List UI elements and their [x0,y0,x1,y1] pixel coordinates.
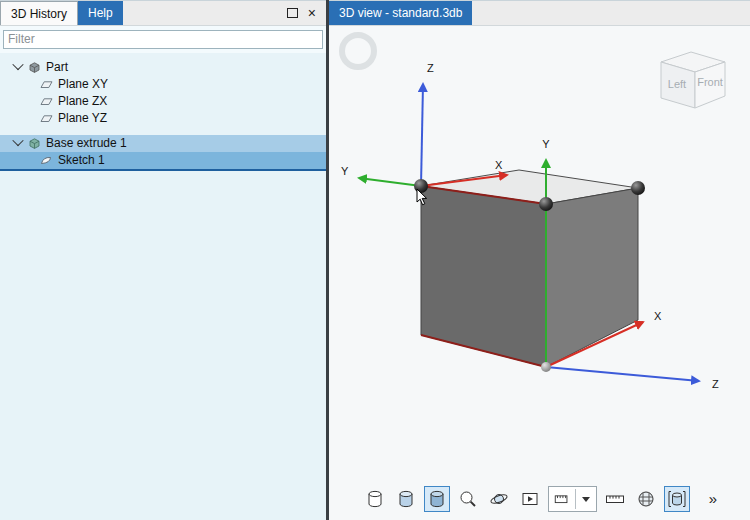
world-axis-z-label: Z [712,378,719,390]
filter-input[interactable] [3,30,323,49]
sketch-icon [40,154,53,167]
filter-row [0,26,326,53]
render-solid-button[interactable] [424,486,450,512]
viewport-canvas[interactable]: Left Front Y X [329,26,750,496]
drop-indicator-line [0,169,326,171]
plane-icon [40,78,53,91]
maximize-icon[interactable] [287,8,298,18]
extrude-icon [28,137,41,150]
sketch-axis-z-label: Z [427,62,434,74]
render-shaded-button[interactable] [393,486,419,512]
dimension-style-dropdown[interactable] [548,486,597,512]
chevron-down-icon[interactable] [12,58,23,69]
view-toolbar: » [329,486,750,512]
part-icon [28,61,41,74]
cad-application-window: 3D History Help × Part [0,0,750,520]
orbit-button[interactable] [486,486,512,512]
tree-item-label: Part [46,60,68,74]
history-tree: Part Plane XY Plane ZX Plane YZ [0,53,326,520]
chevron-down-icon[interactable] [582,497,590,502]
render-wireframe-button[interactable] [362,486,388,512]
tree-item-label: Base extrude 1 [46,136,127,150]
plane-icon [40,95,53,108]
tree-item-base-extrude[interactable]: Base extrude 1 [0,135,326,152]
world-axis-x-label: X [654,310,662,322]
history-panel: 3D History Help × Part [0,0,326,520]
tab-3d-history[interactable]: 3D History [0,1,78,25]
tab-help[interactable]: Help [78,1,123,25]
tab-3d-view[interactable]: 3D view - standard.3db [329,1,472,25]
view-mode-button[interactable] [517,486,543,512]
tab-help-label: Help [88,6,113,20]
view-cube-left-label: Left [668,78,686,90]
viewport: Left Front Y X [329,26,750,520]
toolbar-overflow-button[interactable]: » [709,486,717,512]
chevron-down-icon[interactable] [12,134,23,145]
extruded-solid[interactable] [421,170,638,367]
origin-handle[interactable] [541,362,551,372]
world-axis-y-label: Y [542,138,550,150]
plane-icon [40,112,53,125]
tree-item-plane-zx[interactable]: Plane ZX [0,93,326,110]
view-cube-front-label: Front [697,76,723,88]
solid-container-button[interactable] [664,486,690,512]
sketch-axis-y-label: Y [341,165,349,177]
mesh-quality-button[interactable] [633,486,659,512]
tree-item-label: Plane YZ [58,111,107,125]
vertex-handle[interactable] [631,181,645,195]
left-tabbar: 3D History Help × [0,1,326,26]
view-cube[interactable]: Left Front [661,52,725,108]
tree-item-sketch-1[interactable]: Sketch 1 [0,152,326,169]
tree-item-plane-xy[interactable]: Plane XY [0,76,326,93]
sketch-axis-y[interactable] [359,178,421,186]
tree-item-plane-yz[interactable]: Plane YZ [0,110,326,127]
panel-window-buttons: × [287,1,326,25]
tree-item-label: Sketch 1 [58,153,105,167]
tree-item-label: Plane ZX [58,94,107,108]
sketch-axis-x-label: X [495,159,503,171]
sketch-axes: Z Y X [341,62,507,186]
cube-right-face[interactable] [546,188,638,367]
world-axis-z[interactable] [546,367,699,381]
sketch-axis-z[interactable] [421,84,423,186]
dimension-icon [551,488,573,510]
vertex-handle[interactable] [539,197,553,211]
measure-button[interactable] [602,486,628,512]
tree-item-part[interactable]: Part [0,59,326,76]
orbit-widget-icon[interactable] [342,32,374,70]
combo-separator [575,489,576,509]
close-icon[interactable]: × [308,6,316,20]
vertex-handle[interactable] [414,179,428,193]
tab-3d-history-label: 3D History [11,7,67,21]
tree-item-label: Plane XY [58,77,108,91]
zoom-fit-button[interactable] [455,486,481,512]
view-panel: 3D view - standard.3db [329,0,750,520]
tab-3d-view-label: 3D view - standard.3db [339,6,462,20]
view-tabbar: 3D view - standard.3db [329,1,750,26]
